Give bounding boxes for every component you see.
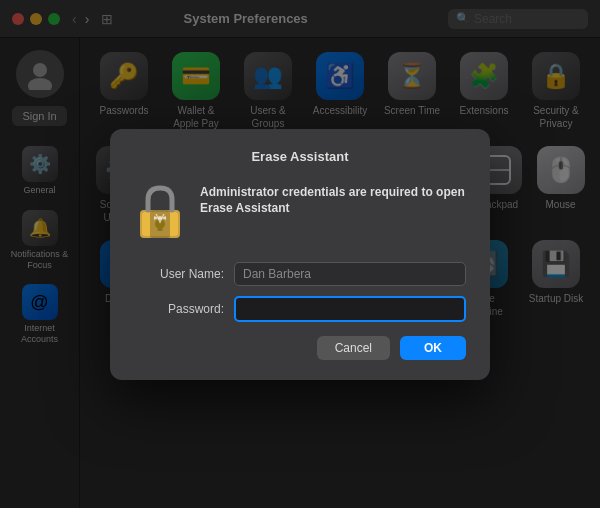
username-label: User Name: [134, 267, 224, 281]
username-row: User Name: [134, 262, 466, 286]
modal-title: Erase Assistant [134, 149, 466, 164]
username-input[interactable] [234, 262, 466, 286]
password-label: Password: [134, 302, 224, 316]
modal-overlay[interactable]: Erase Assistant [0, 0, 600, 508]
svg-rect-8 [150, 210, 170, 238]
ok-button[interactable]: OK [400, 336, 466, 360]
cancel-button[interactable]: Cancel [317, 336, 390, 360]
password-row: Password: [134, 296, 466, 322]
svg-point-9 [158, 216, 162, 220]
modal-buttons: Cancel OK [134, 336, 466, 360]
modal-message: Administrator credentials are required t… [200, 180, 466, 218]
erase-assistant-modal: Erase Assistant [110, 129, 490, 380]
password-input[interactable] [234, 296, 466, 322]
modal-body: Administrator credentials are required t… [134, 180, 466, 246]
lock-icon [134, 180, 186, 242]
lock-icon-container [134, 180, 186, 246]
